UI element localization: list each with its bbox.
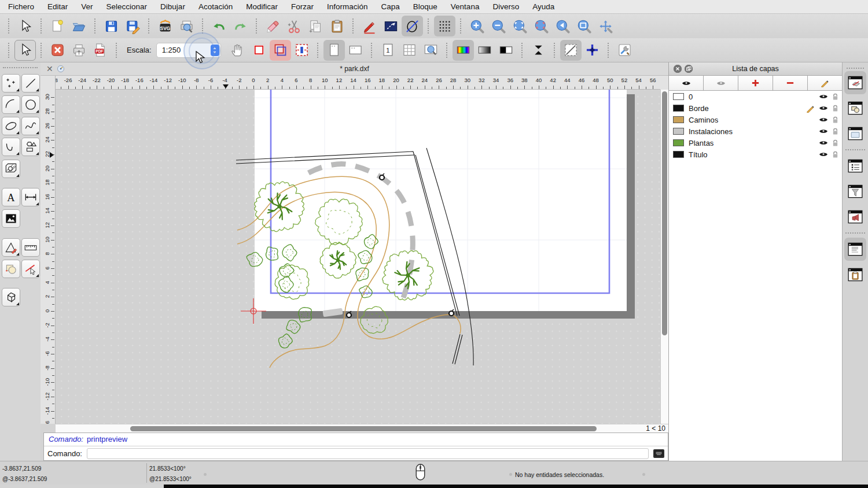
single-page-icon[interactable]: 1 xyxy=(377,40,399,61)
draw-ellipse-icon[interactable] xyxy=(2,117,20,135)
entity-attributes-icon[interactable] xyxy=(402,16,423,36)
pointer-tool-icon[interactable] xyxy=(14,16,36,36)
delete-entities-icon[interactable] xyxy=(262,16,284,36)
crosshair-icon[interactable] xyxy=(582,40,603,61)
dock-entity-list-icon[interactable] xyxy=(844,154,866,178)
new-document-icon[interactable] xyxy=(47,16,68,36)
paper-frame-toggle-icon[interactable] xyxy=(560,40,582,61)
select-pointer-icon[interactable] xyxy=(14,40,36,61)
draw-polygon-shapes-icon[interactable] xyxy=(21,138,40,156)
dock-command-widget-icon[interactable] xyxy=(844,238,866,261)
blackwhite-mode-icon[interactable] xyxy=(495,40,517,61)
layer-lock-icon[interactable] xyxy=(832,105,838,112)
horizontal-scrollbar-thumb[interactable] xyxy=(130,426,597,431)
drawing-canvas[interactable] xyxy=(56,90,660,424)
add-layer-icon[interactable] xyxy=(738,76,773,90)
dock-block-list-icon[interactable] xyxy=(844,97,866,120)
layer-row-borde[interactable]: Borde xyxy=(669,102,842,114)
horizontal-scrollbar[interactable]: 1 < 10 xyxy=(56,424,668,432)
paper-border-icon[interactable] xyxy=(248,40,270,61)
orientation-landscape-icon[interactable] xyxy=(345,40,366,61)
command-input[interactable] xyxy=(87,448,649,459)
export-pdf-icon[interactable]: PDF xyxy=(90,40,111,61)
layer-color-swatch[interactable] xyxy=(673,128,684,135)
menu-capa[interactable]: Capa xyxy=(381,2,400,11)
hide-all-layers-icon[interactable] xyxy=(704,76,738,90)
layer-row-instalaciones[interactable]: Instalaciones xyxy=(669,125,842,137)
vertical-scrollbar[interactable] xyxy=(660,90,668,424)
panel-float-icon[interactable] xyxy=(685,65,693,73)
menu-seleccionar[interactable]: Seleccionar xyxy=(106,2,148,11)
remove-layer-icon[interactable] xyxy=(773,76,808,90)
layer-row-plantas[interactable]: Plantas xyxy=(669,137,842,149)
layer-color-swatch[interactable] xyxy=(673,139,684,146)
panel-close-icon[interactable] xyxy=(674,65,682,73)
save-as-icon[interactable] xyxy=(122,16,144,36)
zoom-window-icon[interactable] xyxy=(573,16,595,36)
color-mode-icon[interactable] xyxy=(453,40,474,61)
zoom-in-icon[interactable] xyxy=(466,16,488,36)
paper-overlay-icon[interactable] xyxy=(270,40,291,61)
menu-ver[interactable]: Ver xyxy=(81,2,93,11)
paste-icon[interactable] xyxy=(326,16,348,36)
redo-icon[interactable] xyxy=(230,16,251,36)
zoom-page-icon[interactable] xyxy=(420,40,442,61)
draw-line-icon[interactable] xyxy=(21,74,40,93)
fit-to-paper-icon[interactable] xyxy=(291,40,312,61)
zoom-selection-icon[interactable] xyxy=(531,16,552,36)
keyboard-icon[interactable] xyxy=(653,449,664,458)
scale-combobox[interactable]: 1:250 xyxy=(156,43,221,58)
scale-stepper-icon[interactable] xyxy=(211,45,219,56)
menu-forzar[interactable]: Forzar xyxy=(291,2,314,11)
center-on-page-icon[interactable] xyxy=(528,40,549,61)
zoom-previous-icon[interactable] xyxy=(552,16,573,36)
layer-lock-icon[interactable] xyxy=(832,139,838,147)
edit-attributes-icon[interactable] xyxy=(359,16,380,36)
line-attributes-icon[interactable] xyxy=(380,16,402,36)
copy-icon[interactable] xyxy=(305,16,326,36)
menu-informacion[interactable]: Información xyxy=(327,2,368,11)
pan-zoom-icon[interactable] xyxy=(595,16,616,36)
draw-3d-box-icon[interactable] xyxy=(2,288,20,306)
dock-clipboard-icon[interactable] xyxy=(844,263,866,286)
layer-visibility-icon[interactable] xyxy=(819,105,828,111)
layer-visibility-icon[interactable] xyxy=(819,117,828,123)
print-icon[interactable] xyxy=(68,40,90,61)
dock-library-browser-icon[interactable] xyxy=(844,122,866,145)
insert-image-icon[interactable] xyxy=(2,209,20,228)
open-file-icon[interactable] xyxy=(68,16,90,36)
draw-hatch-icon[interactable] xyxy=(2,160,20,178)
pan-hand-icon[interactable] xyxy=(227,40,248,61)
measure-tools-icon[interactable] xyxy=(2,238,20,257)
draw-text-icon[interactable]: A xyxy=(2,188,20,206)
menu-modificar[interactable]: Modificar xyxy=(246,2,278,11)
draw-circle-icon[interactable] xyxy=(21,95,40,114)
menu-acotacion[interactable]: Acotación xyxy=(198,2,233,11)
dock-handle[interactable] xyxy=(847,68,864,69)
menu-fichero[interactable]: Fichero xyxy=(8,2,34,11)
draw-points-icon[interactable] xyxy=(2,74,20,93)
export-svg-icon[interactable]: SVG xyxy=(155,16,176,36)
layer-visibility-icon[interactable] xyxy=(819,128,828,134)
draw-spline-icon[interactable] xyxy=(21,117,40,135)
edit-layer-icon[interactable] xyxy=(808,76,842,90)
close-print-preview-icon[interactable] xyxy=(47,40,68,61)
menu-ventana[interactable]: Ventana xyxy=(451,2,480,11)
cut-icon[interactable] xyxy=(284,16,305,36)
ruler-tool-icon[interactable] xyxy=(21,238,40,257)
draw-polyline-icon[interactable] xyxy=(2,138,20,156)
multiple-pages-icon[interactable] xyxy=(399,40,420,61)
show-all-layers-icon[interactable] xyxy=(669,76,704,90)
select-tools-icon[interactable] xyxy=(21,260,40,278)
dock-entity-filter-icon[interactable] xyxy=(844,180,866,203)
dock-notifications-icon[interactable] xyxy=(844,205,866,228)
layer-lock-icon[interactable] xyxy=(832,116,838,124)
draw-dimension-icon[interactable] xyxy=(21,188,40,206)
menu-editar[interactable]: Editar xyxy=(47,2,68,11)
draw-arc-icon[interactable] xyxy=(2,95,20,114)
layer-visibility-icon[interactable] xyxy=(819,94,828,99)
layer-visibility-icon[interactable] xyxy=(819,140,828,146)
layer-lock-icon[interactable] xyxy=(832,128,838,135)
layer-color-swatch[interactable] xyxy=(673,151,684,158)
grayscale-mode-icon[interactable] xyxy=(474,40,495,61)
